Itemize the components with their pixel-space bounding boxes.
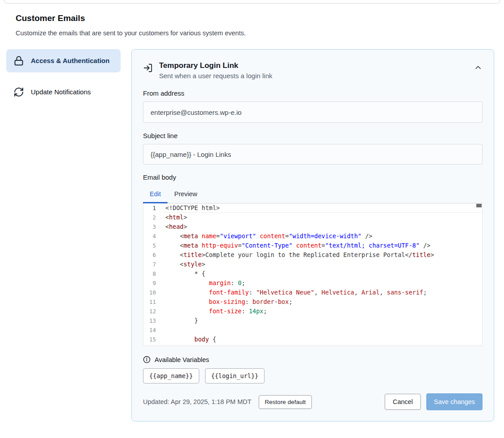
sync-icon <box>13 87 24 97</box>
line-number: 2 <box>143 213 163 222</box>
code-line-content: <style> <box>163 260 482 269</box>
line-number: 13 <box>143 316 163 325</box>
email-body-label: Email body <box>143 173 483 181</box>
sidebar-item-label: Update Notifications <box>31 87 91 97</box>
code-line[interactable]: 2<html> <box>143 213 482 222</box>
subject-line-input[interactable] <box>143 144 483 164</box>
code-line-content: } <box>163 316 482 325</box>
code-editor[interactable]: 1<!DOCTYPE html>2<html>3<head>4 <meta na… <box>143 203 483 346</box>
code-line[interactable]: 14 <box>143 325 482 335</box>
line-number: 1 <box>143 203 163 213</box>
tab-preview[interactable]: Preview <box>168 185 204 203</box>
line-number: 11 <box>143 297 163 307</box>
chevron-up-icon[interactable] <box>474 63 483 72</box>
code-line-content: <head> <box>163 222 482 232</box>
code-line[interactable]: 11 box-sizing: border-box; <box>143 297 482 307</box>
line-number: 15 <box>143 335 163 344</box>
line-number: 6 <box>143 250 163 260</box>
log-in-icon <box>143 63 153 73</box>
line-number: 10 <box>143 288 163 297</box>
line-number: 16 <box>143 344 163 346</box>
code-line[interactable]: 16 background-color: #f9f9f9; <box>143 344 482 346</box>
code-line-content: body { <box>163 335 482 344</box>
code-line-content: <title>Complete your login to the Replic… <box>163 250 482 260</box>
code-line-content: <!DOCTYPE html> <box>163 203 482 213</box>
line-number: 8 <box>143 269 163 278</box>
panel-subtitle: Sent when a user requests a login link <box>159 72 272 80</box>
cancel-button[interactable]: Cancel <box>385 394 421 410</box>
code-line[interactable]: 10 font-family: "Helvetica Neue", Helvet… <box>143 288 482 297</box>
code-line[interactable]: 1<!DOCTYPE html> <box>143 203 482 213</box>
line-number: 9 <box>143 278 163 288</box>
code-line[interactable]: 15 body { <box>143 335 482 344</box>
info-icon <box>143 356 151 363</box>
email-template-panel: Temporary Login Link Sent when a user re… <box>131 49 494 421</box>
available-variables-label: Available Variables <box>155 356 209 363</box>
from-address-input[interactable] <box>143 101 483 123</box>
variable-chip[interactable]: {{login_url}} <box>205 368 265 383</box>
variable-chips: {{app_name}}{{login_url}} <box>143 368 483 383</box>
tab-edit[interactable]: Edit <box>143 185 168 203</box>
code-line[interactable]: 12 font-size: 14px; <box>143 307 482 316</box>
top-container-edge <box>4 0 500 4</box>
code-line[interactable]: 6 <title>Complete your login to the Repl… <box>143 250 482 260</box>
sidebar-item-access-authentication[interactable]: Access & Authentication <box>6 49 121 72</box>
code-line-content <box>163 325 482 335</box>
panel-title: Temporary Login Link <box>159 61 272 70</box>
panel-header-text: Temporary Login Link Sent when a user re… <box>159 61 272 80</box>
code-line[interactable]: 8 * { <box>143 269 482 278</box>
variable-chip[interactable]: {{app_name}} <box>143 368 199 383</box>
code-line-content: font-size: 14px; <box>163 307 482 316</box>
editor-scrollbar[interactable] <box>476 203 482 345</box>
code-lines: 1<!DOCTYPE html>2<html>3<head>4 <meta na… <box>143 203 482 346</box>
line-number: 4 <box>143 232 163 241</box>
code-line-content: margin: 0; <box>163 278 482 288</box>
customer-emails-page: Customer Emails Customize the emails tha… <box>0 0 504 438</box>
sidebar-item-update-notifications[interactable]: Update Notifications <box>6 80 121 104</box>
code-line[interactable]: 4 <meta name="viewport" content="width=d… <box>143 232 482 241</box>
code-line-content: <meta http-equiv="Content-Type" content=… <box>163 241 482 250</box>
sidebar: Access & AuthenticationUpdate Notificati… <box>6 49 121 104</box>
code-line[interactable]: 9 margin: 0; <box>143 278 482 288</box>
code-line-content: background-color: #f9f9f9; <box>163 344 482 346</box>
subject-line-label: Subject line <box>143 132 483 139</box>
email-body-tabs: EditPreview <box>143 185 483 203</box>
page-subtitle: Customize the emails that are sent to yo… <box>16 29 246 37</box>
code-line-content: font-family: "Helvetica Neue", Helvetica… <box>163 288 482 297</box>
line-number: 5 <box>143 241 163 250</box>
panel-footer: Updated: Apr 29, 2025, 1:18 PM MDT Resto… <box>143 393 483 410</box>
code-line[interactable]: 3<head> <box>143 222 482 232</box>
line-number: 3 <box>143 222 163 232</box>
from-address-label: From address <box>143 89 483 97</box>
save-changes-button[interactable]: Save changes <box>426 393 483 410</box>
code-line-content: box-sizing: border-box; <box>163 297 482 307</box>
updated-timestamp: Updated: Apr 29, 2025, 1:18 PM MDT <box>143 398 252 405</box>
restore-default-button[interactable]: Restore default <box>259 395 312 409</box>
lock-icon <box>13 55 24 66</box>
line-number: 12 <box>143 307 163 316</box>
line-number: 14 <box>143 325 163 335</box>
code-line-content: <html> <box>163 213 482 222</box>
code-line-content: * { <box>163 269 482 278</box>
sidebar-item-label: Access & Authentication <box>31 55 109 66</box>
line-number: 7 <box>143 260 163 269</box>
available-variables-row: Available Variables <box>143 356 483 363</box>
code-line[interactable]: 5 <meta http-equiv="Content-Type" conten… <box>143 241 482 250</box>
code-line[interactable]: 7 <style> <box>143 260 482 269</box>
code-line[interactable]: 13 } <box>143 316 482 325</box>
panel-header[interactable]: Temporary Login Link Sent when a user re… <box>143 61 483 80</box>
page-title: Customer Emails <box>16 13 85 23</box>
code-line-content: <meta name="viewport" content="width=dev… <box>163 232 482 241</box>
editor-scrollbar-thumb[interactable] <box>476 204 482 207</box>
